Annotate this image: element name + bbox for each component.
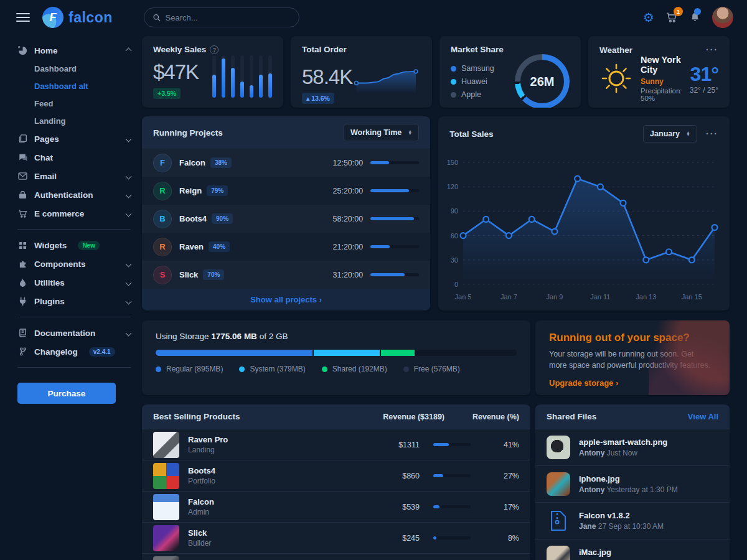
file-name[interactable]: Falcon v1.8.2 <box>579 511 664 520</box>
product-percent: 41% <box>477 441 519 449</box>
settings-gear-icon[interactable]: ⚙ <box>643 11 654 24</box>
project-row: B Boots4 90% 58:20:00 <box>142 205 430 233</box>
email-icon <box>17 172 28 180</box>
space-title: Running out of your space? <box>549 332 716 344</box>
sidebar-item-authentication[interactable]: Authentication <box>17 185 131 204</box>
sidebar-item-documentation[interactable]: Documentation <box>17 324 131 342</box>
product-category: Landing <box>188 446 370 454</box>
sidebar-item-widgets[interactable]: Widgets New <box>17 236 131 254</box>
sidebar-label: Documentation <box>34 329 95 338</box>
chevron-down-icon <box>126 210 132 217</box>
month-select[interactable]: January ▲▼ <box>643 125 697 142</box>
show-all-projects-link[interactable]: Show all projects › <box>250 295 322 304</box>
card-title: Best Selling Products <box>153 412 351 421</box>
sidebar-item-changelog[interactable]: Changelog v2.4.1 <box>17 342 131 361</box>
select-value: January <box>650 129 680 138</box>
total-sales-chart: 0306090120150Jan 5Jan 7Jan 9Jan 11Jan 13… <box>442 154 723 304</box>
book-icon <box>17 329 28 337</box>
sidebar-item-landing[interactable]: Landing <box>17 112 131 129</box>
sidebar-item-utilities[interactable]: Utilities <box>17 273 131 292</box>
project-name: Raven <box>179 242 204 251</box>
file-thumbnail <box>547 472 570 496</box>
product-thumbnail <box>153 525 179 551</box>
weather-temp: 31° <box>690 63 718 86</box>
hamburger-menu-icon[interactable] <box>16 13 30 22</box>
project-avatar: S <box>153 266 172 284</box>
file-user: Antony <box>579 485 604 494</box>
file-name[interactable]: iphone.jpg <box>579 474 678 483</box>
file-time: Just Now <box>607 449 637 457</box>
sidebar-label: Home <box>34 46 58 55</box>
total-sales-card: Total Sales January ▲▼ ··· 0306090120150… <box>438 116 730 310</box>
space-body: Your storage will be running out soon. G… <box>549 348 711 371</box>
purchase-button[interactable]: Purchase <box>17 383 116 404</box>
version-badge: v2.4.1 <box>89 347 115 357</box>
svg-text:Jan 9: Jan 9 <box>547 293 563 301</box>
svg-text:Jan 11: Jan 11 <box>590 293 610 301</box>
project-avatar: F <box>153 154 172 172</box>
select-value: Working Time <box>350 128 402 137</box>
market-share-donut: 26M <box>515 54 570 108</box>
help-icon[interactable]: ? <box>210 45 218 54</box>
product-name: Boots4 <box>188 466 370 475</box>
sidebar-label: Utilities <box>34 278 65 287</box>
product-revenue: $539 <box>370 503 420 511</box>
sidebar-item-dashboard[interactable]: Dashboard <box>17 60 131 77</box>
chat-icon <box>17 153 28 162</box>
view-all-link[interactable]: View All <box>688 412 718 421</box>
sidebar-item-feed[interactable]: Feed <box>17 95 131 112</box>
sidebar-label: Plugins <box>34 297 65 306</box>
sidebar-item-chat[interactable]: Chat <box>17 148 131 167</box>
sidebar-item-pages[interactable]: Pages <box>17 129 131 148</box>
file-name[interactable]: iMac.jpg <box>579 548 667 557</box>
sidebar-label: Chat <box>34 153 53 162</box>
search-box[interactable] <box>144 7 299 27</box>
project-time: 21:20:00 <box>333 243 364 251</box>
chevron-down-icon <box>126 192 132 198</box>
svg-text:30: 30 <box>451 256 458 264</box>
file-name[interactable]: apple-smart-watch.png <box>579 437 667 447</box>
legend-label: Huawei <box>461 77 487 86</box>
card-menu-icon[interactable]: ··· <box>706 129 718 139</box>
product-name: Falcon <box>188 497 370 506</box>
chevron-down-icon <box>126 298 132 304</box>
bell-indicator-dot <box>694 8 701 15</box>
project-list: F Falcon 38% 12:50:00 R Reign 79% 25:20:… <box>142 149 430 289</box>
file-user: Antony <box>579 449 604 457</box>
project-badge: 79% <box>207 185 228 196</box>
sidebar-item-email[interactable]: Email <box>17 167 131 185</box>
sidebar-item-dashboard-alt[interactable]: Dashboard alt <box>17 77 131 95</box>
cart-icon[interactable]: 1 <box>665 11 678 24</box>
sidebar-item-ecommerce[interactable]: E commerce <box>17 204 131 223</box>
market-share-legend: Samsung Huawei Apple <box>451 64 494 99</box>
file-time: Yesterday at 1:30 PM <box>606 485 677 494</box>
product-thumbnail <box>153 494 179 520</box>
notifications-bell-icon[interactable] <box>689 11 701 24</box>
weekly-sales-badge: +3.5% <box>153 88 181 99</box>
brand-logo[interactable]: F falcon <box>42 7 113 28</box>
project-progress <box>370 189 419 192</box>
storage-segment <box>156 350 312 356</box>
legend-label: System (379MB) <box>250 365 305 373</box>
working-time-select[interactable]: Working Time ▲▼ <box>344 124 419 141</box>
storage-title: Using Storage 1775.06 MB of 2 GB <box>156 332 517 341</box>
sidebar-item-components[interactable]: Components <box>17 254 131 273</box>
card-menu-icon[interactable]: ··· <box>706 45 718 55</box>
sidebar-item-home[interactable]: Home <box>17 41 131 60</box>
upgrade-storage-link[interactable]: Upgrade storage › <box>549 378 618 388</box>
chevron-down-icon <box>126 136 132 142</box>
product-percent: 8% <box>477 534 519 543</box>
weather-city: New York City <box>641 55 682 75</box>
sidebar-divider <box>17 317 131 317</box>
user-avatar[interactable] <box>712 7 733 28</box>
total-order-value: 58.4K <box>302 65 352 89</box>
sidebar-item-plugins[interactable]: Plugins <box>17 292 131 310</box>
product-thumbnail <box>153 556 179 560</box>
product-name: Slick <box>188 528 370 538</box>
weekly-sales-card: Weekly Sales ? $47K +3.5% <box>142 36 283 108</box>
chevron-down-icon <box>126 279 132 286</box>
project-time: 31:20:00 <box>333 271 364 279</box>
sidebar-label: E commerce <box>34 209 84 218</box>
search-input[interactable] <box>166 13 290 22</box>
brand-name: falcon <box>68 9 113 26</box>
